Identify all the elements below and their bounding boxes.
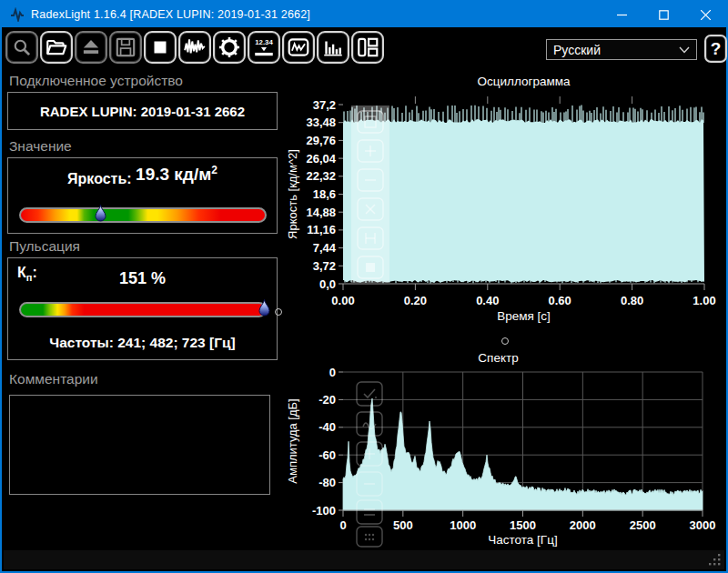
comments-box	[9, 395, 270, 495]
value-marker-drop	[95, 205, 106, 222]
settings-button[interactable]	[213, 31, 246, 64]
pulsation-section-header: Пульсация	[9, 238, 80, 255]
value-label: Яркость:	[67, 171, 132, 186]
svg-text:-80: -80	[318, 476, 336, 489]
spectrum-bars-icon	[321, 35, 345, 59]
close-icon	[701, 10, 711, 20]
spectrum-chart[interactable]: 0-20-40-60-80-10005001000150020002500300…	[284, 350, 721, 548]
stop-button[interactable]	[144, 31, 177, 64]
value-readout: Яркость: 19.3 кд/м2	[8, 167, 277, 188]
svg-text:Осциллограмма: Осциллограмма	[478, 75, 571, 88]
value-number: 19.3 кд/м2	[136, 165, 217, 184]
resize-grip[interactable]	[708, 553, 722, 567]
device-section-header: Подключенное устройство	[9, 73, 183, 89]
language-select[interactable]: Русский	[546, 39, 697, 60]
layout-button[interactable]	[351, 31, 384, 64]
svg-text:0,0: 0,0	[319, 277, 336, 291]
svg-text:0: 0	[339, 518, 346, 532]
pulsation-box: Кп: 151 % Частоты: 241; 482; 723 [Гц]	[7, 257, 278, 360]
svg-text:0.80: 0.80	[621, 294, 643, 307]
eject-button[interactable]	[75, 31, 107, 64]
oscillogram-view-button[interactable]	[178, 31, 211, 64]
svg-text:0.60: 0.60	[549, 294, 571, 307]
chevron-down-icon	[679, 46, 690, 54]
minimize-button[interactable]	[601, 2, 642, 27]
pulsation-marker-drop	[258, 299, 270, 317]
svg-text:1500: 1500	[510, 518, 536, 532]
title-bar: RadexLight 1.16.4 [RADEX LUPIN: 2019-01-…	[2, 2, 726, 27]
svg-text:500: 500	[393, 518, 413, 532]
comments-input[interactable]	[10, 396, 269, 494]
svg-text:11,16: 11,16	[307, 223, 336, 236]
svg-text:Яркость [кд/м^2]: Яркость [кд/м^2]	[286, 149, 299, 239]
numeric-view-button[interactable]: 12.34	[248, 31, 280, 64]
svg-text:Амплитуда [дБ]: Амплитуда [дБ]	[286, 398, 299, 483]
svg-text:1.00: 1.00	[693, 294, 715, 307]
comments-section-header: Комментарии	[9, 371, 98, 387]
value-box: Яркость: 19.3 кд/м2	[7, 157, 278, 234]
numeric-display-icon: 12.34	[252, 35, 276, 59]
svg-text:-20: -20	[318, 393, 336, 407]
pulsation-value: 151 %	[8, 269, 277, 288]
oscillogram-icon	[183, 35, 207, 59]
svg-text:26,04: 26,04	[306, 152, 336, 166]
stop-icon	[148, 35, 172, 59]
device-box: RADEX LUPIN: 2019-01-31 2662	[7, 92, 278, 130]
svg-text:Спектр: Спектр	[478, 351, 518, 365]
value-section-header: Значение	[9, 138, 72, 155]
device-name: RADEX LUPIN: 2019-01-31 2662	[8, 93, 277, 129]
spectrum-view-button[interactable]	[317, 31, 349, 64]
svg-text:14,88: 14,88	[306, 206, 336, 219]
zoom-tool-button[interactable]	[5, 31, 38, 64]
eject-icon	[79, 35, 103, 59]
gear-icon	[217, 35, 241, 59]
svg-text:Частота [Гц]: Частота [Гц]	[488, 533, 557, 547]
svg-text:2000: 2000	[570, 518, 596, 532]
chart-splitter-dot[interactable]	[501, 337, 509, 345]
pulsation-scale-bar	[19, 302, 267, 317]
svg-text:-40: -40	[318, 420, 336, 434]
svg-text:0.40: 0.40	[476, 294, 499, 307]
language-value: Русский	[553, 43, 601, 57]
app-window: RadexLight 1.16.4 [RADEX LUPIN: 2019-01-…	[0, 0, 728, 573]
value-scale-bar	[19, 207, 267, 223]
svg-text:Время [с]: Время [с]	[497, 309, 551, 323]
close-button[interactable]	[684, 2, 726, 27]
svg-text:-100: -100	[312, 504, 336, 518]
svg-text:33,48: 33,48	[306, 116, 336, 129]
layout-icon	[356, 35, 379, 59]
save-button[interactable]	[109, 31, 142, 64]
svg-text:3,72: 3,72	[313, 259, 336, 273]
pulsation-handle-dot[interactable]	[275, 308, 282, 316]
open-folder-icon	[45, 35, 68, 59]
window-controls	[601, 2, 726, 27]
open-file-button[interactable]	[40, 31, 73, 64]
save-icon	[114, 35, 137, 59]
svg-text:37,2: 37,2	[313, 98, 336, 112]
svg-text:1000: 1000	[450, 518, 476, 532]
svg-text:12.34: 12.34	[255, 38, 273, 46]
maximize-icon	[659, 10, 669, 20]
svg-text:2500: 2500	[630, 518, 656, 532]
waveform-box-icon	[287, 35, 310, 59]
svg-text:18,6: 18,6	[313, 187, 336, 201]
svg-text:0: 0	[329, 366, 336, 379]
pulsation-frequencies: Частоты: 241; 482; 723 [Гц]	[8, 335, 277, 351]
app-icon	[10, 7, 25, 22]
maximize-button[interactable]	[642, 2, 684, 27]
magnifier-icon	[10, 35, 34, 59]
status-bar	[4, 550, 724, 569]
svg-text:0.00: 0.00	[331, 294, 354, 307]
svg-text:29,76: 29,76	[306, 134, 336, 147]
svg-text:-60: -60	[318, 448, 336, 462]
chart-overlay-toolbar[interactable]	[351, 106, 389, 283]
waveform-view-button[interactable]	[282, 31, 315, 64]
window-title: RadexLight 1.16.4 [RADEX LUPIN: 2019-01-…	[31, 8, 310, 21]
svg-text:22,32: 22,32	[306, 169, 336, 183]
svg-text:3000: 3000	[690, 518, 716, 532]
oscillogram-series	[343, 119, 704, 282]
minimize-icon	[617, 10, 627, 20]
oscillogram-chart[interactable]: ОсциллограммаЯркость [кд/м^2]Время [с]0,…	[284, 71, 721, 337]
help-button[interactable]: ?	[704, 35, 727, 63]
svg-text:0.20: 0.20	[404, 294, 427, 307]
